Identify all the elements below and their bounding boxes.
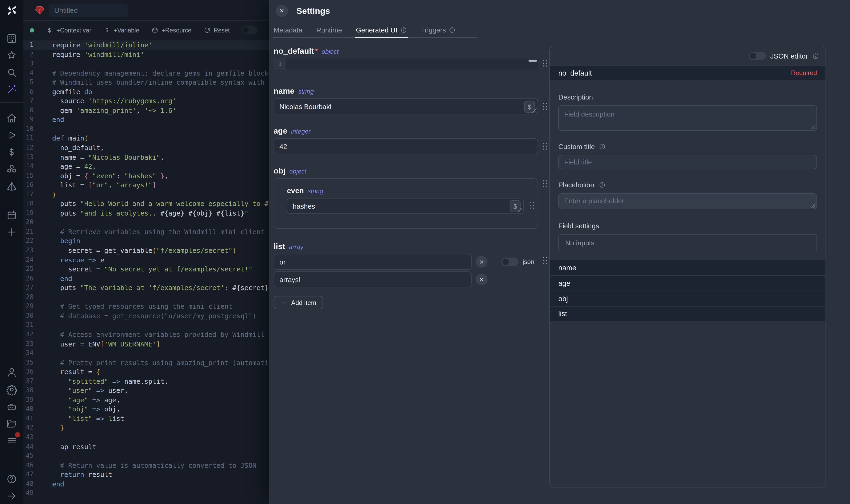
drag-handle[interactable] [542,256,547,265]
list-icon[interactable] [6,435,18,447]
field-type: object [289,168,306,175]
dollar-var-button[interactable]: $ [510,200,521,212]
reset-button[interactable]: Reset [203,26,230,34]
app-window: Untitled +Context var+Variable+ResourceR… [0,0,850,504]
field-name: name [274,86,294,95]
field-list: list array or ✕ json arrays! [274,241,538,309]
list-item-value: arrays! [279,275,301,283]
script-title-input[interactable]: Untitled [49,4,128,17]
dollar-icon [103,26,110,34]
no-inputs-text: No inputs [565,239,595,247]
drag-handle[interactable] [542,142,547,150]
ruby-icon [34,5,45,16]
json-toggle[interactable] [501,257,519,266]
windmill-logo-icon[interactable] [6,5,18,17]
generated-ui-form: no_default* object 1 name string Nicolas… [274,38,538,309]
drag-handle[interactable] [542,102,547,110]
add-item-button[interactable]: ＋ Add item [274,296,323,309]
json-editor-toggle[interactable] [749,52,766,60]
field-row-age[interactable]: age [550,275,826,291]
add-item-label: Add item [291,299,317,306]
robot-icon[interactable] [6,401,18,412]
rail-divider [0,102,23,103]
storefront-icon[interactable] [6,33,18,44]
scrollbar-chip[interactable] [528,60,537,62]
field-obj: obj object even string hashes $ [274,166,538,229]
field-settings-label: Field settings [558,222,599,230]
field-row-obj[interactable]: obj [550,291,826,306]
field-name-string: name string Nicolas Bourbaki $ [274,86,538,114]
name-value: Nicolas Bourbaki [279,103,331,110]
gear-icon[interactable] [6,384,18,395]
info-icon [598,181,605,188]
dollar-var-button[interactable]: $ [524,101,535,113]
info-icon [449,26,456,34]
dollar-icon[interactable] [6,146,18,158]
plus-icon: ＋ [281,298,287,307]
tab-triggers[interactable]: Triggers [421,22,455,38]
magic-wand-icon[interactable] [6,84,18,95]
field-inspector-panel: JSON editor no_default Required Descript… [549,46,826,487]
info-icon [400,26,407,34]
home-icon[interactable] [6,112,18,124]
field-row-list[interactable]: list [550,306,826,322]
resource-button[interactable]: +Resource [151,26,191,34]
field-name: list [274,241,285,251]
folder-icon[interactable] [6,418,18,430]
field-row-name[interactable]: name [550,260,826,275]
help-icon[interactable] [6,473,18,485]
json-toggle-label: json [523,258,535,266]
tab-generated-ui[interactable]: Generated UI [356,22,407,38]
context-var-button[interactable]: +Context var [46,26,91,34]
star-icon[interactable] [6,50,18,61]
field-type: array [289,243,303,251]
cubes-icon[interactable] [6,163,18,175]
remove-item-icon[interactable]: ✕ [476,273,488,285]
custom-title-input[interactable]: Field title [558,155,817,169]
calendar-icon[interactable] [6,209,18,221]
even-input[interactable]: hashes $ [287,198,524,214]
field-name: age [274,126,287,135]
description-label: Description [558,93,593,101]
field-age: age integer 42 [274,126,538,154]
drag-handle[interactable] [542,59,547,67]
remove-item-icon[interactable]: ✕ [476,256,488,268]
plus-icon[interactable] [6,226,18,238]
list-item-input[interactable]: or [274,254,472,270]
field-no-default: no_default* object 1 [274,46,538,70]
user-icon[interactable] [6,367,18,378]
placeholder-textarea[interactable]: Enter a placeholder [558,193,817,209]
description-textarea[interactable]: Field description [558,105,817,131]
age-input[interactable]: 42 [274,138,538,154]
selected-field-row[interactable]: no_default Required [550,66,826,80]
prism-icon[interactable] [6,180,18,192]
drag-handle[interactable] [529,201,534,209]
json-input-body[interactable] [286,58,538,70]
field-name: obj [274,166,286,175]
required-badge: Required [791,69,817,77]
close-icon[interactable]: ✕ [276,5,288,17]
no-default-json-input[interactable]: 1 [274,58,538,70]
dollar-icon [46,26,53,34]
editor-toggle[interactable] [241,26,257,34]
settings-drawer: ✕ Settings MetadataRuntimeGenerated UITr… [269,0,850,504]
field-type: string [298,88,314,95]
drag-handle[interactable] [542,180,547,188]
custom-title-placeholder: Field title [564,158,592,166]
arrow-right-icon[interactable] [6,490,18,502]
tab-runtime[interactable]: Runtime [316,22,342,38]
variable-button[interactable]: +Variable [103,26,139,34]
refresh-icon [203,26,211,34]
tab-metadata[interactable]: Metadata [274,22,302,38]
play-icon[interactable] [6,129,18,141]
field-name: no_default [274,46,314,55]
json-editor-label: JSON editor [770,52,808,60]
notification-dot [15,432,20,437]
package-icon [151,26,158,34]
search-icon[interactable] [6,67,18,78]
even-value: hashes [293,202,315,210]
name-input[interactable]: Nicolas Bourbaki $ [274,98,538,114]
list-item-input[interactable]: arrays! [274,271,472,287]
age-value: 42 [279,142,287,150]
list-item-value: or [279,258,286,266]
